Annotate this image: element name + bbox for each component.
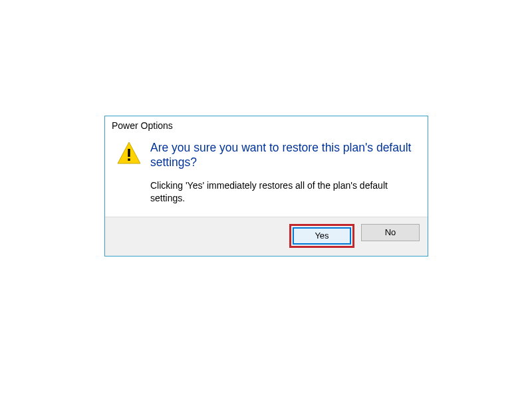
annotation-highlight: Yes bbox=[289, 224, 354, 248]
dialog-body: Are you sure you want to restore this pl… bbox=[105, 135, 428, 217]
button-row: Yes No bbox=[105, 217, 428, 256]
yes-button[interactable]: Yes bbox=[293, 227, 351, 245]
dialog-question: Are you sure you want to restore this pl… bbox=[150, 140, 418, 170]
svg-rect-1 bbox=[128, 149, 130, 157]
icon-column bbox=[117, 140, 150, 205]
text-column: Are you sure you want to restore this pl… bbox=[150, 140, 418, 205]
no-button[interactable]: No bbox=[361, 224, 420, 241]
dialog-title: Power Options bbox=[105, 116, 428, 135]
svg-rect-2 bbox=[128, 159, 130, 161]
warning-icon bbox=[117, 142, 141, 164]
confirmation-dialog: Power Options Are you sure you want to r… bbox=[104, 116, 428, 257]
dialog-description: Clicking 'Yes' immediately restores all … bbox=[150, 179, 418, 205]
